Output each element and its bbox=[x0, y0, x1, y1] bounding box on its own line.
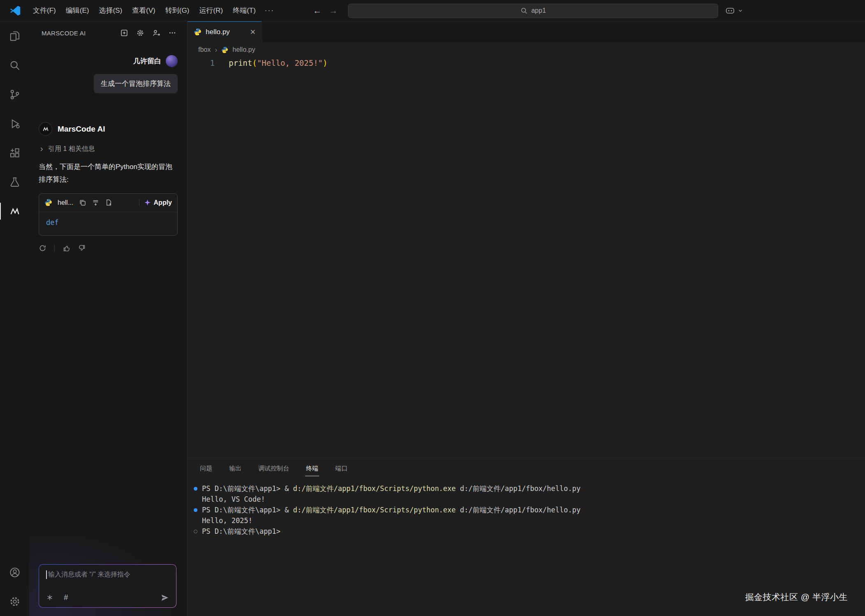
reference-toggle[interactable]: 引用 1 相关信息 bbox=[39, 145, 178, 153]
account-icon[interactable] bbox=[0, 558, 29, 587]
context-hash-icon[interactable]: # bbox=[64, 593, 68, 602]
code-line-tokens: print("Hello, 2025!") bbox=[229, 58, 327, 67]
menu-item-2[interactable]: 选择(S) bbox=[94, 3, 127, 18]
chevron-right-icon bbox=[39, 146, 44, 152]
terminal-line: PS D:\前端文件\app1> bbox=[194, 526, 865, 537]
search-value: app1 bbox=[531, 7, 546, 14]
thumbs-up-icon[interactable] bbox=[63, 244, 70, 252]
tab-close-icon[interactable]: × bbox=[250, 28, 255, 37]
chevron-down-icon[interactable] bbox=[737, 8, 743, 14]
menu-item-5[interactable]: 运行(R) bbox=[194, 3, 228, 18]
commands-icon[interactable] bbox=[46, 594, 53, 601]
menu-bar: 文件(F)编辑(E)选择(S)查看(V)转到(G)运行(R)终端(T) bbox=[28, 3, 261, 18]
terminal-text-segment: d:/前端文件/app1/fbox/Scripts/python.exe bbox=[293, 505, 456, 515]
watermark-text: 掘金技术社区 @ 半浮小生 bbox=[745, 591, 848, 603]
panel-tabs: 问题输出调试控制台终端端口 bbox=[188, 458, 865, 479]
title-bar-center: ← → app1 bbox=[309, 0, 718, 21]
copy-icon[interactable] bbox=[79, 199, 86, 206]
settings-gear-icon[interactable] bbox=[0, 587, 29, 616]
chat-input-box[interactable]: 输入消息或者 “/” 来选择指令 # bbox=[39, 564, 176, 608]
workbench: MARSCODE AI bbox=[0, 21, 865, 616]
menu-item-0[interactable]: 文件(F) bbox=[28, 3, 61, 18]
terminal-text-segment: PS D:\前端文件\app1> bbox=[202, 505, 285, 515]
terminal-text-segment: d:/前端文件/app1/fbox/hello.py bbox=[456, 483, 580, 494]
code-line-1: 1 print("Hello, 2025!") bbox=[188, 57, 865, 68]
thumbs-down-icon[interactable] bbox=[78, 244, 86, 252]
sidebar-title: MARSCODE AI bbox=[42, 30, 120, 37]
menu-item-6[interactable]: 终端(T) bbox=[228, 3, 261, 18]
code-token: ) bbox=[323, 58, 327, 67]
terminal-command-marker-icon bbox=[194, 487, 197, 491]
menu-item-4[interactable]: 转到(G) bbox=[160, 3, 195, 18]
code-snippet-card: hell... bbox=[39, 193, 178, 236]
copilot-icon[interactable] bbox=[725, 5, 735, 16]
panel-tab-问题[interactable]: 问题 bbox=[199, 462, 213, 476]
code-card-header: hell... bbox=[39, 194, 177, 212]
gear-icon[interactable] bbox=[136, 29, 144, 37]
menu-more-button[interactable]: ··· bbox=[261, 4, 278, 18]
extensions-icon[interactable] bbox=[0, 138, 29, 167]
search-sidebar-icon[interactable] bbox=[0, 51, 29, 80]
terminal-line: Hello, VS Code! bbox=[194, 494, 865, 505]
title-bar: 文件(F)编辑(E)选择(S)查看(V)转到(G)运行(R)终端(T) ··· … bbox=[0, 0, 865, 21]
panel-tab-调试控制台[interactable]: 调试控制台 bbox=[257, 462, 290, 476]
tab-label: hello.py bbox=[206, 28, 230, 36]
terminal-text-segment: d:/前端文件/app1/fbox/hello.py bbox=[456, 505, 580, 515]
vscode-window: 文件(F)编辑(E)选择(S)查看(V)转到(G)运行(R)终端(T) ··· … bbox=[0, 0, 865, 616]
user-row: 几许留白 bbox=[39, 55, 178, 67]
source-control-icon[interactable] bbox=[0, 80, 29, 109]
terminal-output[interactable]: PS D:\前端文件\app1> & d:/前端文件/app1/fbox/Scr… bbox=[188, 483, 865, 537]
tab-bar: hello.py × bbox=[188, 21, 865, 42]
more-actions-icon[interactable] bbox=[168, 29, 176, 37]
nav-back-button[interactable]: ← bbox=[309, 6, 325, 16]
breadcrumb-folder[interactable]: fbox bbox=[198, 46, 211, 53]
marscode-logo-icon bbox=[39, 122, 52, 136]
user-name: 几许留白 bbox=[133, 56, 161, 66]
breadcrumb-file[interactable]: hello.py bbox=[232, 46, 255, 53]
assistant-answer-text: 当然，下面是一个简单的Python实现的冒泡排序算法: bbox=[39, 160, 178, 186]
testing-icon[interactable] bbox=[0, 167, 29, 197]
python-file-icon bbox=[44, 199, 52, 206]
breadcrumb: fbox › hello.py bbox=[188, 42, 865, 57]
divider bbox=[139, 199, 139, 206]
terminal-text-segment: Hello, VS Code! bbox=[202, 494, 265, 505]
menu-item-3[interactable]: 查看(V) bbox=[127, 3, 160, 18]
text-cursor bbox=[46, 570, 47, 579]
regenerate-icon[interactable] bbox=[39, 244, 46, 252]
insert-at-cursor-icon[interactable] bbox=[92, 199, 100, 206]
marscode-sidebar: MARSCODE AI bbox=[29, 21, 188, 616]
search-icon bbox=[520, 7, 528, 14]
send-icon[interactable] bbox=[160, 593, 169, 602]
menu-item-1[interactable]: 编辑(E) bbox=[61, 3, 94, 18]
assistant-name: MarsCode AI bbox=[58, 125, 105, 134]
code-card-body: def bbox=[39, 212, 177, 235]
new-chat-icon[interactable] bbox=[120, 29, 128, 37]
title-bar-right bbox=[725, 0, 743, 21]
panel-tab-输出[interactable]: 输出 bbox=[228, 462, 242, 476]
apply-button[interactable]: Apply bbox=[144, 199, 172, 206]
panel-tab-端口[interactable]: 端口 bbox=[334, 462, 348, 476]
breadcrumb-separator: › bbox=[215, 46, 217, 54]
explorer-icon[interactable] bbox=[0, 21, 29, 51]
run-and-debug-icon[interactable] bbox=[0, 109, 29, 138]
chat-input-placeholder: 输入消息或者 “/” 来选择指令 bbox=[46, 570, 169, 579]
code-token: "Hello, 2025!" bbox=[257, 58, 323, 67]
command-center-search[interactable]: app1 bbox=[348, 4, 718, 18]
terminal-command-marker-icon bbox=[194, 530, 197, 533]
assistant-header: MarsCode AI bbox=[39, 122, 178, 136]
marscode-ai-icon[interactable] bbox=[0, 197, 29, 226]
tab-hello-py[interactable]: hello.py × bbox=[188, 21, 262, 42]
user-avatar[interactable] bbox=[166, 55, 178, 67]
panel-tab-终端[interactable]: 终端 bbox=[305, 462, 319, 476]
activity-bar bbox=[0, 21, 29, 616]
terminal-text-segment: PS D:\前端文件\app1> bbox=[202, 526, 281, 537]
code-editor[interactable]: 1 print("Hello, 2025!") bbox=[188, 57, 865, 458]
apply-label: Apply bbox=[154, 199, 172, 206]
python-file-icon bbox=[194, 28, 202, 36]
share-user-icon[interactable] bbox=[152, 29, 160, 37]
code-token: ( bbox=[252, 58, 257, 67]
terminal-line: PS D:\前端文件\app1> & d:/前端文件/app1/fbox/Scr… bbox=[194, 505, 865, 515]
chat-thread: 几许留白 生成一个冒泡排序算法 MarsCode AI 引用 1 bbox=[29, 44, 187, 252]
nav-forward-button[interactable]: → bbox=[325, 6, 341, 16]
insert-into-file-icon[interactable] bbox=[105, 199, 113, 206]
